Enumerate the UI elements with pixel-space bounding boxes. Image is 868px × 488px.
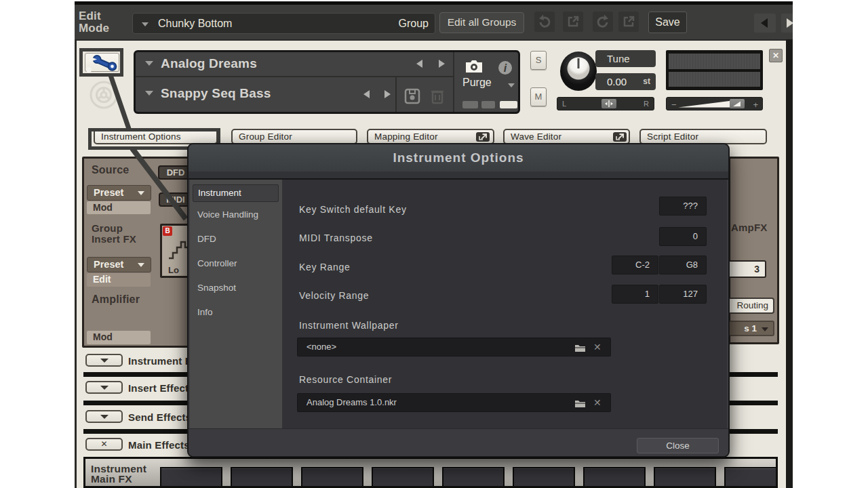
svg-text:i: i <box>504 62 507 74</box>
